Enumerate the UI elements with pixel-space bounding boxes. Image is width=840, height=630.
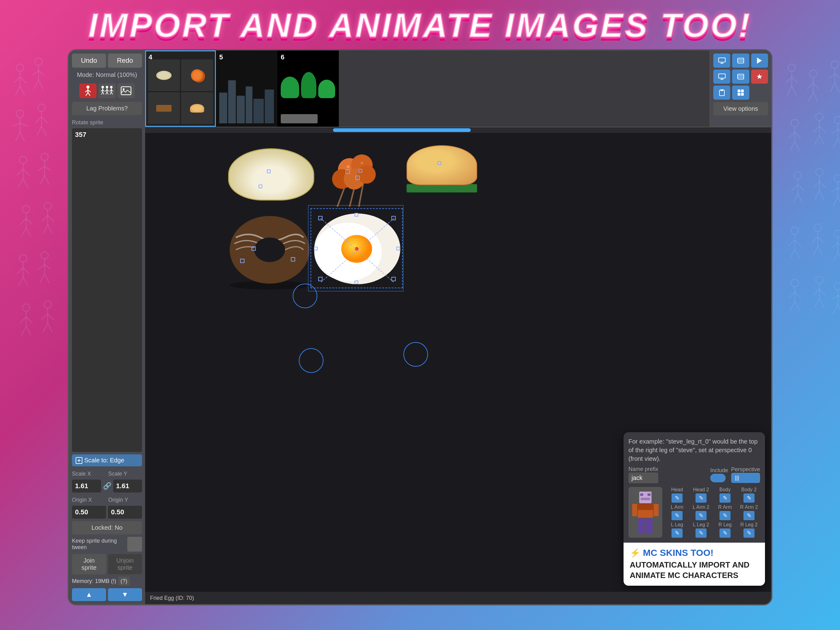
mc-perspective-label: Perspective [731,466,760,473]
svg-point-144 [791,279,799,287]
mc-part-larm: L Arm ✎ [666,505,688,520]
walk-icon-button[interactable] [79,83,96,98]
mc-rleg-button[interactable]: ✎ [720,529,731,538]
svg-rect-252 [632,504,637,516]
undo-button[interactable]: Undo [72,54,106,68]
svg-line-40 [22,228,26,237]
svg-line-8 [32,71,38,75]
redo-button[interactable]: Redo [108,54,142,68]
view-icon-grid[interactable] [732,85,749,100]
svg-line-10 [34,80,38,89]
svg-point-54 [41,252,48,259]
locked-button[interactable]: Locked: No [72,521,142,534]
view-icon-monitor[interactable] [713,54,730,68]
thumbnail-4[interactable]: 4 [145,51,216,127]
svg-line-93 [795,132,801,138]
sprite-skewers[interactable] [319,139,393,211]
view-icons-grid [713,54,768,100]
mc-head2-button[interactable]: ✎ [695,494,707,503]
sidebar: Undo Redo Mode: Normal (100%) [69,51,145,604]
mc-larm-button[interactable]: ✎ [671,511,682,520]
svg-line-41 [26,228,31,237]
svg-line-148 [790,301,795,311]
mc-rarm-button[interactable]: ✎ [720,511,731,520]
mc-body-button[interactable]: ✎ [720,494,731,503]
main-panel: 4 [145,51,771,604]
svg-line-50 [17,268,23,274]
mc-head-label: Head [671,487,683,492]
view-icon-play[interactable] [751,54,768,68]
svg-rect-253 [654,504,658,516]
mc-head-button[interactable]: ✎ [671,494,682,503]
svg-line-152 [813,289,819,295]
svg-line-147 [795,292,801,298]
mc-perspective-value[interactable]: ||| [731,473,760,483]
view-icon-monitor2[interactable] [713,70,730,84]
sprite-bun[interactable] [406,145,477,193]
mc-panel-header-text: For example: "steve_leg_rt_0" would be t… [628,437,760,463]
svg-line-58 [40,274,44,283]
svg-rect-239 [392,216,395,220]
scroll-bar[interactable] [145,127,771,133]
svg-line-87 [835,74,840,78]
sprite-bread[interactable] [228,148,314,201]
svg-line-98 [813,126,819,132]
view-icon-star[interactable] [751,70,768,84]
svg-line-63 [26,317,32,323]
arrow-up-button[interactable]: ▲ [72,588,106,601]
svg-line-45 [47,215,54,222]
svg-line-68 [41,314,47,320]
svg-line-70 [43,323,47,332]
svg-point-120 [834,175,840,182]
mc-larm2-button[interactable]: ✎ [695,511,707,520]
unjoin-sprite-button[interactable]: Unjoin sprite [108,554,142,574]
join-sprite-button[interactable]: Join sprite [72,554,106,574]
thumbnail-5[interactable]: 5 [216,51,277,127]
mc-part-larm2: L Arm 2 ✎ [690,505,712,520]
svg-line-83 [813,92,818,101]
svg-line-154 [815,298,819,308]
mc-lleg-button[interactable]: ✎ [671,529,682,538]
view-icon-clipboard[interactable] [713,85,730,100]
svg-line-166 [86,93,88,96]
svg-line-153 [819,289,826,295]
view-icon-layers2[interactable] [732,70,749,84]
lag-problems-button[interactable]: Lag Problems? [72,102,142,115]
svg-point-227 [254,237,285,262]
help-button[interactable]: (?) [118,577,130,586]
svg-line-32 [38,166,44,171]
svg-line-80 [807,83,813,89]
sprite-egg-container[interactable] [311,208,403,288]
mc-lleg2-button[interactable]: ✎ [695,529,707,538]
mc-rarm2-button[interactable]: ✎ [744,511,755,520]
mc-include-toggle[interactable] [710,474,726,482]
mc-rleg2-button[interactable]: ✎ [744,529,755,538]
arrow-down-button[interactable]: ▼ [108,588,142,601]
svg-point-108 [794,172,802,179]
svg-rect-249 [641,498,650,500]
mc-body2-button[interactable]: ✎ [744,494,755,503]
view-options-button[interactable]: View options [713,102,768,116]
svg-line-161 [838,304,840,314]
svg-line-172 [101,92,103,95]
svg-point-18 [38,104,45,111]
scale-edge-button[interactable]: Scale to: Edge [72,454,142,466]
multi-char-icon-button[interactable] [98,83,115,98]
thumbnail-6[interactable]: 6 [277,51,339,127]
view-icon-layers[interactable] [732,54,749,68]
svg-line-101 [819,135,824,144]
svg-point-6 [35,58,42,65]
svg-line-47 [47,225,52,234]
sprite-donut[interactable] [224,213,316,291]
mc-rleg2-label: R Leg 2 [741,522,758,527]
svg-line-124 [833,197,838,206]
mc-name-prefix-value[interactable]: jack [628,473,658,483]
canvas-area[interactable]: For example: "steve_leg_rt_0" would be t… [145,133,771,592]
keep-sprite-checkbox[interactable] [127,537,142,552]
svg-line-116 [813,182,819,188]
mc-body-label: Body [720,487,731,492]
mc-character-display [628,487,662,538]
image-icon-button[interactable] [117,83,135,98]
svg-point-126 [791,227,799,234]
keep-sprite-row: Keep sprite during tween [72,537,142,552]
